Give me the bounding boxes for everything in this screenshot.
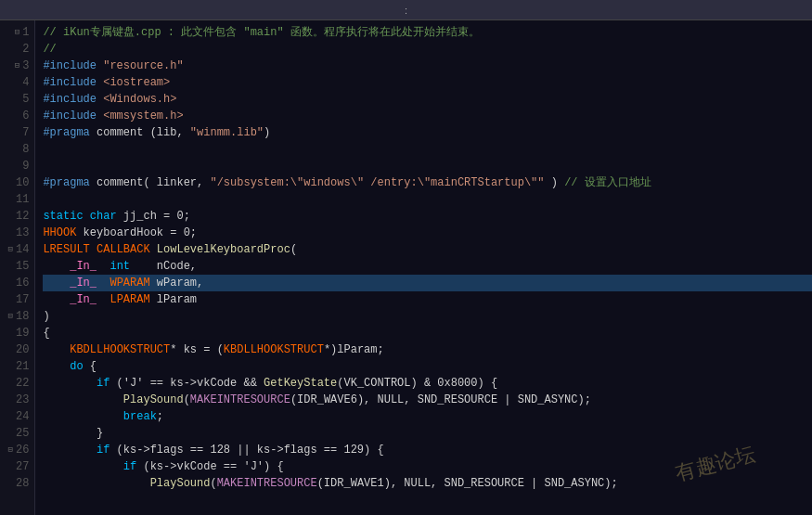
token-op: * ks = ( [170,341,224,358]
token-op: ; [157,408,163,425]
editor-area: ⊟12⊟345678910111213⊟14151617⊟18192021222… [0,20,812,515]
line-number-text: 20 [16,341,29,358]
token-op: jj_ch = 0; [117,208,190,225]
line-number-text: 27 [16,458,29,475]
line-number: ⊟1 [0,24,34,41]
token-kw2: KBDLLHOOKSTRUCT [70,341,170,358]
token-str: "winmm.lib" [190,124,264,141]
line-number: 19 [0,325,34,341]
token-op: (IDR_WAVE6), NULL, SND_RESOURCE | SND_AS… [290,392,591,408]
token-kw3: #include [43,74,97,91]
code-line: HHOOK keyboardHook = 0; [43,225,812,241]
token-kw: if [97,375,110,392]
line-number: 5 [0,91,34,108]
code-line: { [43,325,812,341]
token-op [43,291,70,308]
token-op: *)lParam; [324,341,384,358]
token-op: comment (lib, [90,124,190,141]
token-op: (ks->flags == 128 || ks->flags == 129) { [110,442,383,458]
token-op: ) [264,124,270,141]
line-number-text: 8 [22,141,29,158]
code-line: // [43,41,812,58]
token-kw: char [90,208,117,225]
token-cmt: // iKun专属键盘.cpp : 此文件包含 "main" 函数。程序执行将在… [43,24,479,41]
line-number-text: 25 [16,425,29,442]
token-str: "/subsystem:\"windows\" /entry:\"mainCRT… [210,174,544,191]
line-number: 11 [0,191,34,208]
token-op: ( [290,241,297,258]
token-op [43,392,122,408]
code-content[interactable]: // iKun专属键盘.cpp : 此文件包含 "main" 函数。程序执行将在… [35,20,812,515]
line-number-text: 14 [16,241,29,258]
token-op [43,475,149,492]
code-line: _In_ int nCode, [43,258,812,275]
fold-icon[interactable]: ⊟ [8,442,13,458]
code-line: #include "resource.h" [43,58,812,74]
token-cmt: // [43,41,56,58]
line-number-text: 7 [22,124,29,141]
code-line [43,158,812,174]
fold-icon[interactable]: ⊟ [15,24,19,41]
token-op [97,74,103,91]
token-str: <mmsystem.h> [103,108,183,124]
line-number: ⊟3 [0,58,34,74]
token-op: ( [210,475,216,492]
line-number: 23 [0,392,34,408]
code-line: if (ks->vkCode == 'J') { [43,458,812,475]
line-number-text: 4 [22,74,29,91]
token-op [97,58,103,74]
code-line: static char jj_ch = 0; [43,208,812,225]
line-number-text: 6 [22,108,29,124]
line-number-text: 23 [16,392,29,408]
token-op: { [84,358,97,375]
fold-icon[interactable]: ⊟ [15,58,19,74]
token-macro: MAKEINTRESOURCE [190,392,290,408]
token-kw3: #include [43,58,97,74]
line-number-text: 10 [16,174,29,191]
token-op [97,275,110,291]
line-number-text: 15 [16,258,29,275]
line-number: 10 [0,174,34,191]
token-op [97,108,103,124]
code-line: PlaySound(MAKEINTRESOURCE(IDR_WAVE6), NU… [43,392,812,408]
code-line: #pragma comment (lib, "winmm.lib") [43,124,812,141]
line-number-text: 3 [22,58,29,74]
line-number: 12 [0,208,34,225]
token-op: comment( linker, [90,174,211,191]
token-op: ('J' == ks->vkCode && [110,375,264,392]
code-line [43,191,812,208]
fold-icon[interactable]: ⊟ [8,308,13,325]
token-op [150,241,157,258]
token-op [97,258,110,275]
token-op: (IDR_WAVE1), NULL, SND_RESOURCE | SND_AS… [317,475,618,492]
title-bar-center: : [405,5,407,16]
title-bar: : [0,0,812,20]
fold-icon[interactable]: ⊟ [8,241,13,258]
line-number-text: 19 [16,325,29,341]
token-kw: if [97,442,110,458]
line-number-text: 9 [22,158,29,174]
token-fn: GetKeyState [264,375,337,392]
token-op: keyboardHook = 0; [76,225,197,241]
token-fn: PlaySound [123,392,184,408]
line-numbers: ⊟12⊟345678910111213⊟14151617⊟18192021222… [0,20,35,515]
token-op [43,442,97,458]
token-op: ( [184,392,190,408]
line-number: 9 [0,158,34,174]
token-str: <Windows.h> [103,91,176,108]
code-line: if ('J' == ks->vkCode && GetKeyState(VK_… [43,375,812,392]
token-op: nCode, [130,258,197,275]
token-annot: _In_ [70,275,97,291]
line-number: 15 [0,258,34,275]
line-number-text: 5 [22,91,29,108]
line-number: 17 [0,291,34,308]
token-op [43,358,70,375]
line-number: 2 [0,41,34,58]
token-op [43,375,97,392]
token-kw: static [43,208,83,225]
line-number: 28 [0,475,34,492]
token-op: (VK_CONTROL) & 0x8000) { [337,375,497,392]
code-line: break; [43,408,812,425]
code-line: #include <mmsystem.h> [43,108,812,124]
line-number: ⊟18 [0,308,34,325]
